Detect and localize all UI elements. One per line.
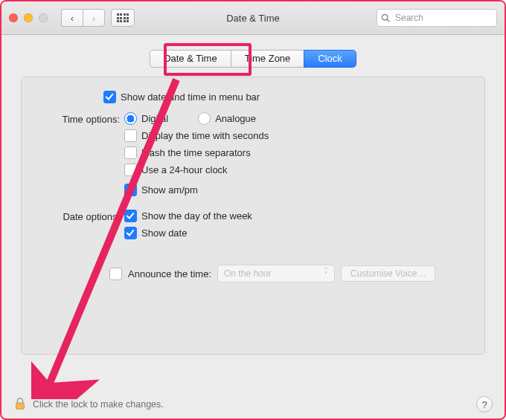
time-format-analogue-radio[interactable] <box>198 112 211 125</box>
show-in-menubar-label: Show date and time in menu bar <box>121 91 260 103</box>
close-window-button[interactable] <box>9 13 18 22</box>
announce-interval-value: On the hour <box>224 268 271 279</box>
announce-interval-select: On the hour ˄˅ <box>217 265 335 282</box>
chevron-left-icon: ‹ <box>71 13 74 24</box>
show-in-menubar-checkbox[interactable] <box>103 91 116 103</box>
svg-rect-3 <box>16 403 25 409</box>
svg-point-0 <box>382 15 388 21</box>
tabs: Date & Time Time Zone Clock <box>1 50 505 68</box>
show-day-of-week-checkbox[interactable] <box>124 210 137 222</box>
forward-button: › <box>83 9 105 27</box>
help-button[interactable]: ? <box>476 396 493 413</box>
customise-voice-button: Customise Voice… <box>341 265 435 282</box>
svg-line-1 <box>387 19 389 22</box>
grid-icon <box>117 13 129 22</box>
window-title: Date & Time <box>226 13 280 24</box>
time-format-digital-radio[interactable] <box>124 112 137 125</box>
minimize-window-button[interactable] <box>24 13 33 22</box>
time-format-analogue-label: Analogue <box>215 113 256 124</box>
window-controls <box>9 13 48 22</box>
time-format-digital-label: Digital <box>141 113 168 124</box>
zoom-window-button <box>39 13 48 22</box>
show-date-label: Show date <box>141 227 187 239</box>
tab-clock[interactable]: Clock <box>304 50 356 68</box>
lock-icon[interactable] <box>13 397 27 413</box>
display-seconds-label: Display the time with seconds <box>141 130 269 141</box>
back-button[interactable]: ‹ <box>61 9 83 27</box>
settings-panel: Show date and time in menu bar Time opti… <box>21 77 485 355</box>
search-field-wrap <box>377 9 497 27</box>
show-ampm-checkbox[interactable] <box>124 184 137 196</box>
nav-buttons: ‹ › <box>61 9 105 27</box>
search-icon <box>381 13 390 22</box>
preferences-window: ‹ › Date & Time Date & Time Time Zone <box>0 0 506 420</box>
flash-separators-label: Flash the time separators <box>141 147 251 158</box>
tab-date-time[interactable]: Date & Time <box>150 50 231 68</box>
footer: Click the lock to make changes. ? <box>1 390 505 419</box>
announce-time-label: Announce the time: <box>128 268 211 280</box>
chevron-up-down-icon: ˄˅ <box>324 269 328 278</box>
lock-hint-text: Click the lock to make changes. <box>33 399 164 410</box>
announce-time-checkbox[interactable] <box>109 268 122 280</box>
tab-time-zone[interactable]: Time Zone <box>231 50 305 68</box>
show-day-of-week-label: Show the day of the week <box>141 210 252 222</box>
search-input[interactable] <box>377 9 497 27</box>
display-seconds-checkbox[interactable] <box>124 129 137 142</box>
content-area: Date & Time Time Zone Clock Show date an… <box>1 35 505 390</box>
chevron-right-icon: › <box>92 13 95 24</box>
time-options-label: Time options: <box>36 112 124 125</box>
show-ampm-label: Show am/pm <box>141 184 198 196</box>
flash-separators-checkbox[interactable] <box>124 146 137 159</box>
date-options-label: Date options: <box>36 210 124 222</box>
toolbar: ‹ › Date & Time <box>1 1 505 35</box>
use-24h-label: Use a 24-hour clock <box>141 164 228 175</box>
use-24h-checkbox[interactable] <box>124 164 137 176</box>
show-all-prefs-button[interactable] <box>111 9 135 27</box>
show-date-checkbox[interactable] <box>124 227 137 239</box>
